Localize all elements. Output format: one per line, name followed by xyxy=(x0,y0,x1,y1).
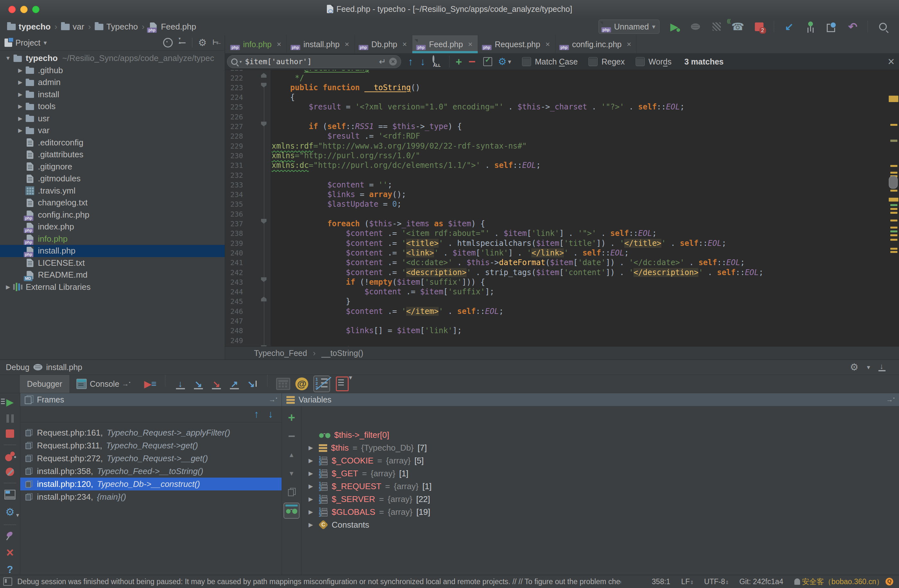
tree-item-index.php[interactable]: phpindex.php xyxy=(0,221,225,233)
line-number[interactable]: 250 xyxy=(225,346,243,346)
fold-column[interactable] xyxy=(243,187,270,197)
line-number[interactable]: 241 xyxy=(225,258,243,268)
line-number[interactable]: 234 xyxy=(225,190,243,200)
line-number[interactable]: 231 xyxy=(225,161,243,170)
breadcrumb-item-Feed.php[interactable]: phpFeed.php xyxy=(148,22,196,32)
search-options-gear-icon[interactable]: ⚙▾ xyxy=(498,57,511,66)
locate-file-icon[interactable] xyxy=(163,38,173,48)
tree-arrow-icon[interactable]: ▶ xyxy=(15,67,25,74)
expand-arrow-icon[interactable]: ▶ xyxy=(307,457,315,464)
recent-changes-button[interactable] xyxy=(825,20,838,33)
variable-row[interactable]: ▶123$_GET = {array} [1] xyxy=(301,467,431,480)
fold-column[interactable] xyxy=(243,178,270,187)
variable-row[interactable]: ▶123$_REQUEST = {array} [1] xyxy=(301,480,431,493)
checkbox[interactable] xyxy=(636,57,645,66)
line-number[interactable]: 223 xyxy=(225,83,243,93)
line-number[interactable]: 233 xyxy=(225,181,243,190)
show-values-inline-button[interactable]: @ xyxy=(295,377,308,390)
show-watches-toggle[interactable] xyxy=(284,503,300,519)
fold-column[interactable] xyxy=(243,333,270,343)
search-everywhere-button[interactable] xyxy=(876,20,889,33)
remove-watch-button[interactable]: − xyxy=(288,429,295,443)
step-into-button[interactable]: ↘ xyxy=(192,377,205,391)
fold-column[interactable] xyxy=(243,324,270,333)
pause-button[interactable] xyxy=(6,414,14,423)
expand-arrow-icon[interactable]: ▶ xyxy=(307,508,315,515)
line-number[interactable]: 239 xyxy=(225,239,243,248)
tree-item-changelog.txt[interactable]: changelog.txt xyxy=(0,197,225,209)
tree-item-.gitmodules[interactable]: .gitmodules xyxy=(0,173,225,185)
pin-tab-button[interactable] xyxy=(6,531,14,541)
panel-options-icon[interactable]: → xyxy=(886,395,894,404)
line-number[interactable]: 232 xyxy=(225,171,243,181)
line-number[interactable]: 246 xyxy=(225,307,243,316)
fold-column[interactable] xyxy=(243,110,270,119)
previous-frame-button[interactable]: ↑ xyxy=(254,408,259,420)
find-option-words[interactable]: Words xyxy=(636,57,672,66)
step-out-button[interactable]: ↗ xyxy=(227,377,241,391)
line-number[interactable]: 248 xyxy=(225,326,243,336)
fold-marker-icon[interactable] xyxy=(261,345,267,346)
step-over-button[interactable]: ↓ xyxy=(173,377,187,391)
tree-item-.gitignore[interactable]: .gitignore xyxy=(0,161,225,173)
tree-item-info.php[interactable]: phpinfo.php xyxy=(0,233,225,245)
fold-column[interactable] xyxy=(243,119,270,129)
line-number[interactable]: 228 xyxy=(225,131,243,141)
tree-item-usr[interactable]: ▶usr xyxy=(0,113,225,125)
editor-tab-config.inc.php[interactable]: phpconfig.inc.php× xyxy=(555,35,637,53)
select-all-occurrences-icon[interactable] xyxy=(483,57,492,66)
line-number[interactable]: 225 xyxy=(225,102,243,112)
tree-item-install[interactable]: ▶install xyxy=(0,89,225,101)
help-button[interactable]: ? xyxy=(7,563,13,576)
fold-column[interactable] xyxy=(243,71,270,80)
frame-row[interactable]: Request.php:311,Typecho_Request->get() xyxy=(20,439,281,452)
fold-marker-icon[interactable] xyxy=(261,277,267,282)
expand-arrow-icon[interactable]: ▶ xyxy=(307,470,315,477)
tree-arrow-icon[interactable]: ▶ xyxy=(15,91,25,98)
search-input[interactable]: ▾ $item['author'] ↵ × xyxy=(227,55,401,68)
checkbox[interactable] xyxy=(589,57,598,66)
find-next-button[interactable]: ↓ xyxy=(420,56,425,68)
editor-tab-install.php[interactable]: phpinstall.php× xyxy=(287,35,355,53)
next-frame-button[interactable]: ↓ xyxy=(268,408,273,420)
variable-row[interactable]: ▶CConstants xyxy=(301,519,431,531)
clear-search-icon[interactable]: × xyxy=(389,58,397,65)
fold-column[interactable] xyxy=(243,304,270,313)
hide-panel-icon[interactable] xyxy=(879,363,887,371)
toggle-toolwindows-icon[interactable] xyxy=(3,577,12,586)
rerun-button[interactable]: ▶ xyxy=(6,397,14,407)
fold-column[interactable] xyxy=(243,294,270,304)
line-number[interactable]: 236 xyxy=(225,210,243,219)
minimize-window-button[interactable] xyxy=(20,6,28,13)
mute-breakpoints-button[interactable] xyxy=(6,468,14,476)
line-number[interactable]: 242 xyxy=(225,268,243,278)
collapse-all-icon[interactable] xyxy=(179,39,186,46)
vcs-update-button[interactable]: ↙ xyxy=(783,20,796,33)
variable-row[interactable]: ▶$this = {Typecho_Db} [7] xyxy=(301,441,431,454)
tree-arrow-icon[interactable]: ▶ xyxy=(15,79,25,86)
force-step-into-button[interactable]: ↘ xyxy=(209,377,224,391)
stop-button[interactable] xyxy=(6,429,14,438)
tree-item-External Libraries[interactable]: ▶External Libraries xyxy=(0,281,225,293)
view-breakpoints-button[interactable] xyxy=(5,452,15,461)
rollback-button[interactable]: ↶ xyxy=(846,20,859,33)
tree-item-config.inc.php[interactable]: phpconfig.inc.php xyxy=(0,209,225,221)
fold-column[interactable] xyxy=(243,158,270,168)
fold-column[interactable] xyxy=(243,100,270,110)
line-number[interactable]: 222 xyxy=(225,74,243,83)
panel-options-icon[interactable]: → xyxy=(269,395,277,404)
fold-column[interactable] xyxy=(243,217,270,226)
add-watch-button[interactable]: + xyxy=(288,411,295,424)
tree-arrow-icon[interactable]: ▶ xyxy=(3,284,13,290)
fold-marker-icon[interactable] xyxy=(261,122,267,127)
evaluate-expression-button[interactable] xyxy=(276,378,290,390)
editor-tab-info.php[interactable]: phpinfo.php× xyxy=(226,35,287,53)
zoom-window-button[interactable] xyxy=(32,6,40,13)
find-all-button[interactable]: ALL xyxy=(433,56,443,67)
fold-column[interactable] xyxy=(243,343,270,346)
watch-row[interactable]: $this->_filter[0] xyxy=(301,429,431,441)
debug-session-name[interactable]: install.php xyxy=(46,363,82,372)
line-number[interactable]: 243 xyxy=(225,278,243,287)
checkbox[interactable] xyxy=(522,57,531,66)
tree-item-.travis.yml[interactable]: .travis.yml xyxy=(0,185,225,197)
